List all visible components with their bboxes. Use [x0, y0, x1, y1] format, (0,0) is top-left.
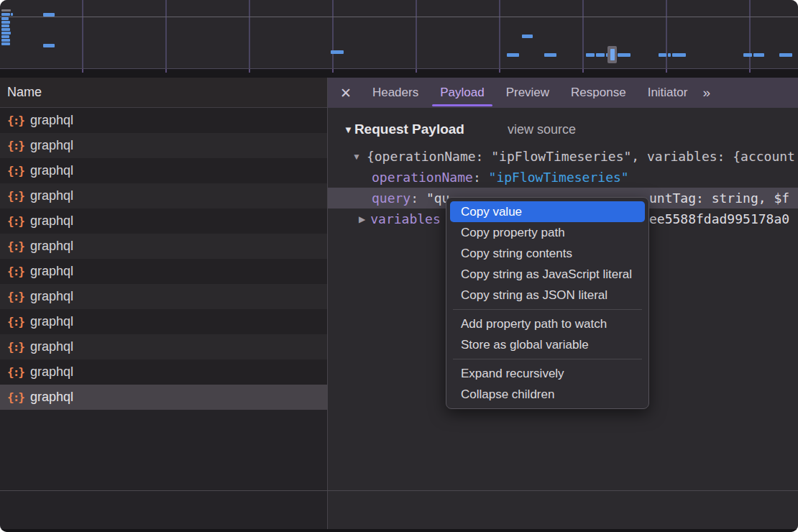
json-file-icon: {:}: [7, 290, 24, 303]
request-timing-bar: [672, 53, 686, 57]
tab-headers[interactable]: Headers: [362, 78, 429, 108]
overview-midline: [0, 17, 798, 17]
network-request-row[interactable]: {:}graphql: [0, 183, 327, 208]
name-column-label: Name: [7, 85, 42, 100]
property-value-right: ee5588fdad995178a0: [649, 211, 789, 226]
tab-response[interactable]: Response: [560, 78, 637, 108]
request-timing-bar: [43, 13, 55, 17]
expand-triangle-icon[interactable]: ▼: [352, 152, 361, 162]
payload-object-preview: {operationName: "ipFlowTimeseries", vari…: [367, 149, 795, 164]
request-timing-bar: [1, 39, 10, 42]
colon: :: [473, 170, 489, 185]
network-request-row[interactable]: {:}graphql: [0, 385, 327, 410]
request-timing-bar: [1, 9, 11, 12]
request-name-label: graphql: [30, 163, 73, 178]
menu-item-expand-recursively[interactable]: Expand recursively: [450, 363, 645, 384]
json-file-icon: {:}: [7, 265, 24, 278]
network-request-row[interactable]: {:}graphql: [0, 133, 327, 158]
network-request-row[interactable]: {:}graphql: [0, 208, 327, 234]
devtools-network-panel: Name {:}graphql{:}graphql{:}graphql{:}gr…: [0, 0, 798, 532]
collapse-triangle-icon[interactable]: ▶: [359, 214, 365, 224]
network-request-row[interactable]: {:}graphql: [0, 334, 327, 359]
view-source-link[interactable]: view source: [508, 122, 576, 137]
request-name-label: graphql: [30, 390, 73, 405]
request-timing-bar: [753, 53, 764, 57]
request-timing-bar: [779, 53, 792, 57]
overview-gap-strip: [0, 69, 798, 78]
request-name-label: graphql: [30, 214, 73, 229]
section-expand-triangle-icon[interactable]: ▼: [344, 124, 353, 135]
json-file-icon: {:}: [7, 239, 24, 253]
tab-initiator[interactable]: Initiator: [637, 78, 699, 108]
json-file-icon: {:}: [7, 189, 24, 203]
menu-item-copy-string-contents[interactable]: Copy string contents: [450, 243, 645, 264]
property-key: variables: [370, 211, 441, 226]
request-timing-bar: [659, 53, 666, 57]
requests-list: {:}graphql{:}graphql{:}graphql{:}graphql…: [0, 108, 327, 410]
context-menu: Copy valueCopy property pathCopy string …: [446, 197, 649, 409]
request-timing-bar: [1, 35, 9, 38]
close-icon[interactable]: ✕: [340, 86, 352, 100]
json-file-icon: {:}: [7, 114, 24, 127]
menu-item-store-as-global-variable[interactable]: Store as global variable: [450, 334, 645, 355]
menu-separator: [453, 359, 642, 359]
property-key: operationName: [372, 170, 473, 185]
json-file-icon: {:}: [7, 315, 24, 329]
tab-payload[interactable]: Payload: [429, 78, 495, 108]
request-timing-bar: [610, 49, 615, 60]
menu-item-copy-string-as-json-literal[interactable]: Copy string as JSON literal: [450, 285, 645, 306]
tab-preview[interactable]: Preview: [495, 78, 560, 108]
network-request-row[interactable]: {:}graphql: [0, 108, 327, 133]
pane-divider[interactable]: [327, 78, 328, 530]
json-file-icon: {:}: [7, 340, 24, 354]
request-name-label: graphql: [30, 314, 73, 329]
request-payload-section-header[interactable]: ▼ Request Payload view source: [344, 119, 576, 139]
network-request-row[interactable]: {:}graphql: [0, 309, 327, 334]
detail-tab-bar: ✕ HeadersPayloadPreviewResponseInitiator…: [328, 78, 798, 108]
request-timing-bar: [1, 28, 10, 31]
more-tabs-icon[interactable]: »: [702, 85, 708, 101]
json-file-icon: {:}: [7, 390, 24, 404]
network-request-row[interactable]: {:}graphql: [0, 359, 327, 385]
menu-item-copy-property-path[interactable]: Copy property path: [450, 222, 645, 243]
payload-root-row[interactable]: ▼ {operationName: "ipFlowTimeseries", va…: [328, 146, 798, 167]
request-timing-bar: [1, 42, 10, 45]
window-bottom-edge: [0, 529, 798, 532]
section-title: Request Payload: [354, 121, 464, 137]
request-name-label: graphql: [30, 364, 73, 380]
menu-separator: [453, 309, 642, 310]
request-name-label: graphql: [30, 264, 73, 279]
requests-list-pane: Name {:}graphql{:}graphql{:}graphql{:}gr…: [0, 78, 327, 530]
network-request-row[interactable]: {:}graphql: [0, 158, 327, 183]
request-timing-bar: [507, 53, 519, 57]
request-timing-bar: [11, 13, 13, 16]
request-name-label: graphql: [30, 339, 73, 354]
json-file-icon: {:}: [7, 365, 24, 379]
gridline-stubs: [0, 69, 798, 73]
property-key: query: [372, 191, 411, 206]
network-request-row[interactable]: {:}graphql: [0, 284, 327, 309]
request-timing-bar: [544, 53, 556, 57]
menu-item-collapse-children[interactable]: Collapse children: [450, 384, 645, 405]
menu-item-copy-value[interactable]: Copy value: [450, 201, 645, 222]
menu-item-add-property-path-to-watch[interactable]: Add property path to watch: [450, 313, 645, 334]
request-timing-bar: [43, 44, 55, 47]
detail-tabs: HeadersPayloadPreviewResponseInitiator: [362, 78, 698, 108]
json-file-icon: {:}: [7, 164, 24, 178]
request-name-label: graphql: [30, 289, 73, 304]
request-timing-bar: [743, 53, 752, 57]
network-overview-timeline[interactable]: [0, 0, 798, 69]
menu-item-copy-string-as-javascript-literal[interactable]: Copy string as JavaScript literal: [450, 264, 645, 285]
network-request-row[interactable]: {:}graphql: [0, 259, 327, 284]
request-name-label: graphql: [30, 188, 73, 203]
request-timing-bar: [586, 53, 595, 57]
payload-operationname-row[interactable]: operationName: "ipFlowTimeseries": [328, 167, 798, 188]
request-name-label: graphql: [30, 138, 73, 153]
name-column-header[interactable]: Name: [0, 78, 327, 108]
summary-bar-divider: [0, 490, 798, 491]
network-request-row[interactable]: {:}graphql: [0, 234, 327, 259]
json-file-icon: {:}: [7, 139, 24, 152]
request-timing-bar: [1, 13, 10, 16]
colon: :: [411, 191, 426, 206]
request-timing-bar: [522, 35, 533, 38]
